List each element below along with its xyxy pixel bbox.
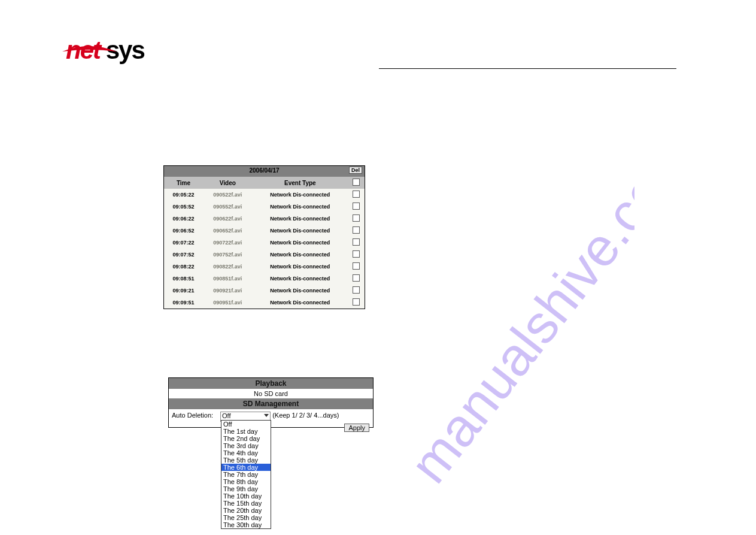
dropdown-option[interactable]: The 6th day bbox=[221, 464, 271, 471]
dropdown-option[interactable]: The 15th day bbox=[221, 500, 271, 507]
playback-title: Playback bbox=[169, 378, 373, 389]
table-row: 09:09:51090951f.aviNetwork Dis-connected bbox=[164, 297, 365, 309]
cell-video-link[interactable]: 090921f.avi bbox=[203, 285, 253, 297]
dropdown-option[interactable]: The 10th day bbox=[221, 492, 271, 500]
table-row: 09:05:52090552f.aviNetwork Dis-connected bbox=[164, 201, 365, 213]
cell-checkbox[interactable] bbox=[348, 273, 365, 285]
checkbox-icon[interactable] bbox=[353, 214, 360, 222]
dropdown-option[interactable]: The 30th day bbox=[221, 521, 271, 528]
dropdown-option[interactable]: The 4th day bbox=[221, 449, 271, 457]
cell-video-link[interactable]: 090622f.avi bbox=[203, 213, 253, 225]
cell-checkbox[interactable] bbox=[348, 297, 365, 309]
cell-time: 09:05:52 bbox=[164, 201, 203, 213]
keep-days-hint: (Keep 1/ 2/ 3/ 4...days) bbox=[272, 412, 339, 419]
dropdown-arrow-icon bbox=[264, 414, 269, 417]
dropdown-option[interactable]: The 3rd day bbox=[221, 442, 271, 449]
event-table: Time Video Event Type 09:05:22090522f.av… bbox=[164, 177, 365, 309]
cell-video-link[interactable]: 090522f.avi bbox=[203, 189, 253, 201]
table-row: 09:08:22090822f.aviNetwork Dis-connected bbox=[164, 261, 365, 273]
cell-checkbox[interactable] bbox=[348, 213, 365, 225]
cell-checkbox[interactable] bbox=[348, 189, 365, 201]
cell-checkbox[interactable] bbox=[348, 237, 365, 249]
checkbox-icon[interactable] bbox=[353, 298, 360, 306]
col-select-all[interactable] bbox=[348, 177, 365, 189]
cell-event: Network Dis-connected bbox=[253, 285, 348, 297]
cell-checkbox[interactable] bbox=[348, 261, 365, 273]
cell-time: 09:06:22 bbox=[164, 213, 203, 225]
header-divider bbox=[379, 68, 676, 69]
cell-checkbox[interactable] bbox=[348, 285, 365, 297]
dropdown-option[interactable]: The 5th day bbox=[221, 457, 271, 464]
cell-event: Network Dis-connected bbox=[253, 237, 348, 249]
cell-time: 09:08:22 bbox=[164, 261, 203, 273]
checkbox-icon[interactable] bbox=[353, 238, 360, 246]
svg-text:manualshive.com: manualshive.com bbox=[399, 126, 634, 494]
cell-event: Network Dis-connected bbox=[253, 297, 348, 309]
table-row: 09:06:22090622f.aviNetwork Dis-connected bbox=[164, 213, 365, 225]
auto-deletion-dropdown[interactable]: OffThe 1st dayThe 2nd dayThe 3rd dayThe … bbox=[221, 420, 271, 529]
cell-event: Network Dis-connected bbox=[253, 273, 348, 285]
cell-time: 09:09:51 bbox=[164, 297, 203, 309]
cell-event: Network Dis-connected bbox=[253, 249, 348, 261]
dropdown-option[interactable]: The 1st day bbox=[221, 428, 271, 435]
dropdown-option[interactable]: The 20th day bbox=[221, 507, 271, 514]
cell-event: Network Dis-connected bbox=[253, 201, 348, 213]
cell-video-link[interactable]: 090552f.avi bbox=[203, 201, 253, 213]
dropdown-option[interactable]: Off bbox=[221, 421, 271, 428]
checkbox-icon[interactable] bbox=[353, 191, 360, 198]
cell-video-link[interactable]: 090722f.avi bbox=[203, 237, 253, 249]
cell-video-link[interactable]: 090822f.avi bbox=[203, 261, 253, 273]
checkbox-icon[interactable] bbox=[353, 202, 360, 210]
cell-event: Network Dis-connected bbox=[253, 261, 348, 273]
cell-time: 09:07:22 bbox=[164, 237, 203, 249]
event-table-titlebar: 2006/04/17 Del bbox=[164, 166, 365, 177]
col-video: Video bbox=[203, 177, 253, 189]
logo-part-net: net bbox=[66, 36, 106, 64]
cell-video-link[interactable]: 090652f.avi bbox=[203, 225, 253, 237]
dropdown-option[interactable]: The 2nd day bbox=[221, 435, 271, 442]
logo-text-sys: sys bbox=[106, 36, 144, 64]
cell-video-link[interactable]: 090752f.avi bbox=[203, 249, 253, 261]
cell-event: Network Dis-connected bbox=[253, 225, 348, 237]
logo-text-net: net bbox=[66, 36, 100, 64]
table-row: 09:09:21090921f.aviNetwork Dis-connected bbox=[164, 285, 365, 297]
cell-time: 09:08:51 bbox=[164, 273, 203, 285]
checkbox-icon[interactable] bbox=[353, 262, 360, 270]
event-table-date: 2006/04/17 bbox=[249, 167, 279, 174]
auto-deletion-label: Auto Deletion: bbox=[172, 412, 218, 419]
col-event: Event Type bbox=[253, 177, 348, 189]
dropdown-option[interactable]: The 9th day bbox=[221, 485, 271, 492]
no-sd-text: No SD card bbox=[169, 389, 373, 398]
checkbox-icon[interactable] bbox=[353, 274, 360, 282]
cell-checkbox[interactable] bbox=[348, 225, 365, 237]
table-row: 09:08:51090851f.aviNetwork Dis-connected bbox=[164, 273, 365, 285]
brand-logo: net sys bbox=[66, 36, 144, 65]
cell-event: Network Dis-connected bbox=[253, 213, 348, 225]
apply-button[interactable]: Apply bbox=[344, 424, 369, 432]
sd-management-panel: Playback No SD card SD Management Auto D… bbox=[168, 377, 374, 428]
cell-video-link[interactable]: 090951f.avi bbox=[203, 297, 253, 309]
cell-time: 09:09:21 bbox=[164, 285, 203, 297]
dropdown-option[interactable]: The 25th day bbox=[221, 514, 271, 521]
table-row: 09:06:52090652f.aviNetwork Dis-connected bbox=[164, 225, 365, 237]
checkbox-icon[interactable] bbox=[353, 179, 360, 186]
checkbox-icon[interactable] bbox=[353, 226, 360, 234]
cell-event: Network Dis-connected bbox=[253, 189, 348, 201]
table-row: 09:07:52090752f.aviNetwork Dis-connected bbox=[164, 249, 365, 261]
cell-time: 09:07:52 bbox=[164, 249, 203, 261]
table-row: 09:05:22090522f.aviNetwork Dis-connected bbox=[164, 189, 365, 201]
delete-button[interactable]: Del bbox=[349, 167, 362, 174]
cell-video-link[interactable]: 090851f.avi bbox=[203, 273, 253, 285]
dropdown-option[interactable]: The 8th day bbox=[221, 478, 271, 485]
cell-checkbox[interactable] bbox=[348, 249, 365, 261]
col-time: Time bbox=[164, 177, 203, 189]
event-table-panel: 2006/04/17 Del Time Video Event Type 09:… bbox=[163, 165, 365, 309]
cell-time: 09:05:22 bbox=[164, 189, 203, 201]
cell-checkbox[interactable] bbox=[348, 201, 365, 213]
checkbox-icon[interactable] bbox=[353, 286, 360, 294]
dropdown-option[interactable]: The 7th day bbox=[221, 471, 271, 478]
cell-time: 09:06:52 bbox=[164, 225, 203, 237]
sd-management-title: SD Management bbox=[169, 398, 373, 409]
select-value: Off bbox=[222, 412, 230, 419]
checkbox-icon[interactable] bbox=[353, 250, 360, 258]
